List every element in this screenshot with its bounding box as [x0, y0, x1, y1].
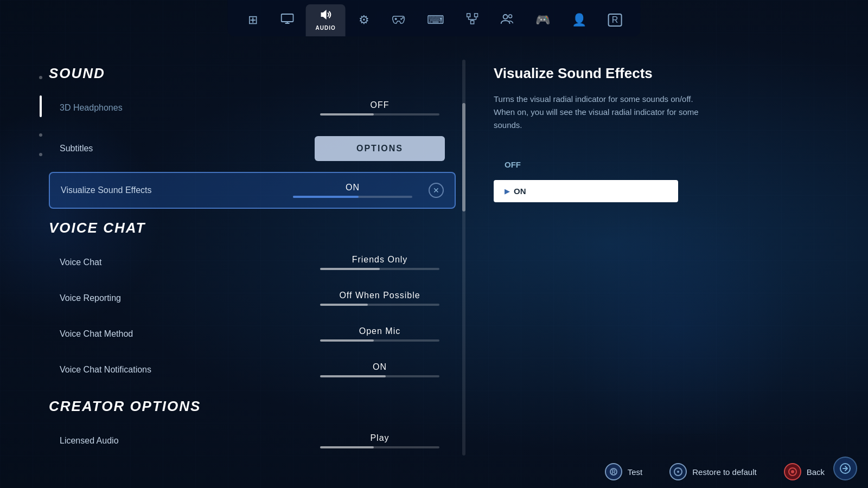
audio-nav-label: AUDIO: [316, 25, 336, 31]
voice-chat-notifications-value-container: ON: [315, 362, 445, 377]
voice-chat-notifications-value: ON: [373, 362, 387, 372]
nav-item-audio[interactable]: AUDIO: [306, 4, 346, 36]
extra-icon: R: [608, 14, 622, 27]
nav-item-network[interactable]: [456, 9, 489, 33]
settings-list: SOUND 3D Headphones OFF Subtitles OPTION…: [49, 60, 461, 455]
voice-chat-notifications-slider-fill: [320, 375, 386, 377]
friends-icon: [501, 14, 514, 27]
voice-reporting-slider: [320, 304, 439, 306]
sidebar-dot-2[interactable]: [40, 95, 42, 117]
svg-text:R: R: [611, 469, 616, 475]
svg-rect-0: [282, 14, 293, 22]
subtitles-options-button[interactable]: OPTIONS: [315, 136, 445, 161]
sound-section-header: SOUND: [49, 65, 456, 82]
option-item-off[interactable]: OFF: [494, 153, 678, 176]
voice-chat-section-header: VOICE CHAT: [49, 220, 456, 236]
voice-chat-method-label: Voice Chat Method: [60, 329, 133, 339]
svg-point-20: [677, 471, 679, 473]
back-button-icon: [784, 463, 801, 480]
voice-chat-slider: [320, 268, 439, 270]
test-action[interactable]: R Test: [605, 463, 643, 480]
option-list: OFF ▶ ON: [494, 153, 678, 202]
voice-reporting-value: Off When Possible: [339, 291, 420, 300]
voice-chat-notifications-label: Voice Chat Notifications: [60, 365, 151, 375]
info-panel-title: Visualize Sound Effects: [494, 65, 835, 82]
nav-item-keyboard[interactable]: ⌨: [417, 10, 454, 31]
setting-row-voice-reporting[interactable]: Voice Reporting Off When Possible: [49, 281, 456, 316]
svg-point-5: [402, 17, 404, 18]
option-item-on[interactable]: ▶ ON: [494, 180, 678, 202]
visualize-sound-effects-value: ON: [346, 183, 360, 192]
gear-icon: ⚙: [359, 14, 369, 26]
svg-point-4: [400, 18, 402, 20]
voice-chat-notifications-slider: [320, 375, 439, 377]
nav-item-friends[interactable]: [491, 9, 524, 32]
voice-reporting-value-container: Off When Possible: [315, 291, 445, 306]
creator-options-section-header: CREATOR OPTIONS: [49, 398, 456, 415]
visualize-sound-effects-slider-fill: [293, 196, 359, 198]
voice-chat-slider-fill: [320, 268, 380, 270]
voice-chat-method-value-container: Open Mic: [315, 326, 445, 342]
3d-headphones-value: OFF: [371, 100, 390, 110]
nav-item-settings[interactable]: ⚙: [348, 10, 380, 31]
licensed-audio-slider-fill: [320, 446, 374, 448]
setting-row-voice-chat[interactable]: Voice Chat Friends Only: [49, 245, 456, 280]
svg-point-16: [509, 15, 512, 18]
scrollbar-thumb: [462, 103, 465, 211]
setting-row-visualize-sound-effects[interactable]: Visualize Sound Effects ON ✕: [49, 172, 456, 209]
svg-point-22: [791, 470, 794, 473]
subtitles-label: Subtitles: [60, 144, 93, 153]
info-panel-description: Turns the visual radial indicator for so…: [494, 93, 700, 132]
voice-chat-value: Friends Only: [352, 255, 408, 265]
nav-item-account[interactable]: 👤: [562, 10, 596, 31]
nav-item-controller2[interactable]: [382, 10, 415, 31]
setting-row-3d-headphones[interactable]: 3D Headphones OFF: [49, 91, 456, 125]
account-icon: 👤: [572, 14, 586, 26]
bottom-bar: R Test Restore to default Back: [0, 455, 868, 488]
setting-row-subtitles[interactable]: Subtitles OPTIONS: [49, 126, 456, 171]
keyboard-icon: ⌨: [427, 14, 444, 26]
setting-row-licensed-audio[interactable]: Licensed Audio Play: [49, 423, 456, 455]
licensed-audio-label: Licensed Audio: [60, 436, 119, 446]
voice-chat-method-value: Open Mic: [359, 326, 400, 336]
svg-rect-10: [475, 14, 478, 17]
visualize-sound-effects-slider: [293, 196, 412, 198]
setting-row-voice-chat-method[interactable]: Voice Chat Method Open Mic: [49, 317, 456, 351]
nav-item-crossplay[interactable]: ⊞: [237, 10, 269, 31]
setting-row-voice-chat-notifications[interactable]: Voice Chat Notifications ON: [49, 352, 456, 387]
main-content: SOUND 3D Headphones OFF Subtitles OPTION…: [33, 60, 835, 455]
svg-rect-8: [471, 21, 474, 24]
3d-headphones-slider-fill: [320, 113, 374, 115]
voice-chat-value-container: Friends Only: [315, 255, 445, 270]
voice-reporting-slider-fill: [320, 304, 368, 306]
visualize-sound-effects-value-container: ON: [288, 183, 418, 198]
corner-icon[interactable]: [833, 457, 857, 480]
back-action[interactable]: Back: [784, 463, 825, 480]
sidebar-dot-4[interactable]: [39, 153, 42, 156]
controller2-icon: [392, 14, 405, 26]
restore-action[interactable]: Restore to default: [669, 463, 756, 480]
3d-headphones-slider: [320, 113, 439, 115]
back-label: Back: [807, 467, 825, 477]
option-off-label: OFF: [505, 160, 521, 169]
nav-item-gamepad[interactable]: 🎮: [526, 10, 560, 31]
sidebar-dot-3[interactable]: [39, 133, 42, 137]
licensed-audio-value: Play: [370, 433, 389, 443]
restore-button-icon: [669, 463, 687, 480]
test-button-icon: R: [605, 463, 622, 480]
nav-item-extra[interactable]: R: [598, 9, 632, 32]
scrollbar[interactable]: [462, 60, 465, 455]
sidebar-dot-1[interactable]: [39, 76, 42, 79]
settings-panel: SOUND 3D Headphones OFF Subtitles OPTION…: [49, 60, 461, 455]
restore-label: Restore to default: [692, 467, 756, 477]
visualize-sound-effects-close-button[interactable]: ✕: [429, 183, 444, 198]
crossplay-icon: ⊞: [248, 14, 258, 26]
svg-point-15: [503, 15, 508, 19]
sidebar-navigation: [33, 60, 49, 455]
3d-headphones-label: 3D Headphones: [60, 103, 123, 113]
option-on-arrow: ▶: [505, 188, 509, 195]
3d-headphones-value-container: OFF: [315, 100, 445, 115]
top-navigation: ⊞ AUDIO ⚙: [228, 0, 641, 36]
nav-item-display[interactable]: [271, 9, 304, 32]
voice-chat-method-slider-fill: [320, 339, 374, 342]
